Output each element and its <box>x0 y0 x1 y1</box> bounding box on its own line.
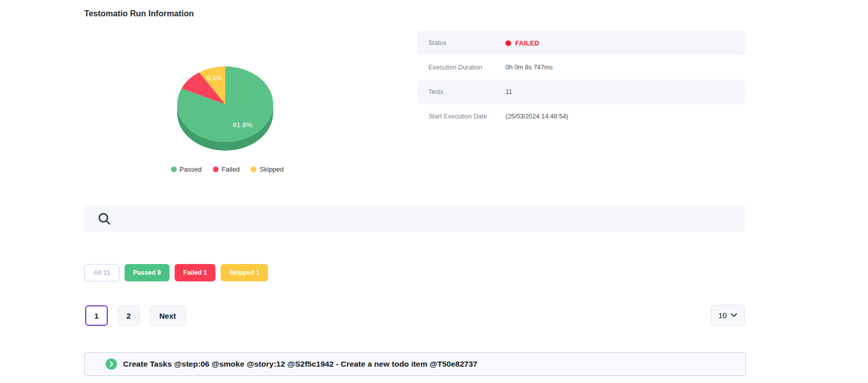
info-label-status: Status <box>417 39 505 46</box>
info-label-duration: Execution Duration <box>417 64 505 71</box>
filter-buttons: All 11 Passed 9 Failed 1 Skipped 1 <box>84 264 268 281</box>
info-row-start-date: Start Execution Date (25/03/2024 14:48:5… <box>417 104 746 129</box>
legend-dot-passed-icon <box>171 166 177 172</box>
pie-label-skipped: 9.1% <box>207 74 222 82</box>
page-title: Testomatio Run Information <box>84 9 194 18</box>
info-label-start-date: Start Execution Date <box>417 113 505 120</box>
pie-label-passed: 81.8% <box>233 121 252 129</box>
page-size-select[interactable]: 10 <box>711 305 745 325</box>
search-input[interactable] <box>118 206 746 231</box>
chevron-down-icon <box>731 313 737 317</box>
legend-label-skipped: Skipped <box>259 165 283 173</box>
legend-item-skipped[interactable]: Skipped <box>251 165 283 173</box>
info-value-duration: 0h 0m 8s 747ms <box>505 64 552 71</box>
legend-label-passed: Passed <box>180 165 202 173</box>
filter-skipped-button[interactable]: Skipped 1 <box>221 264 268 281</box>
legend-label-failed: Failed <box>222 165 239 173</box>
status-dot-icon <box>505 40 511 46</box>
search-bar <box>84 206 746 231</box>
info-label-tests: Tests <box>417 88 505 95</box>
pagination-page-2-button[interactable]: 2 <box>117 305 140 326</box>
pagination: 1 2 Next <box>85 305 186 326</box>
legend-item-passed[interactable]: Passed <box>171 165 202 173</box>
legend-dot-failed-icon <box>213 166 219 172</box>
pagination-page-1-button[interactable]: 1 <box>85 305 108 326</box>
legend-dot-skipped-icon <box>251 166 256 172</box>
legend-item-failed[interactable]: Failed <box>213 165 239 173</box>
page-size-value: 10 <box>718 311 727 320</box>
info-row-tests: Tests 11 <box>417 80 746 104</box>
pie-chart: 81.8% 9.1% <box>168 54 286 161</box>
pie-legend: Passed Failed Skipped <box>168 165 286 173</box>
search-icon <box>98 212 111 226</box>
filter-failed-button[interactable]: Failed 1 <box>175 264 216 281</box>
status-badge: FAILED <box>515 39 539 47</box>
info-value-status: FAILED <box>505 39 539 47</box>
test-item-title: Create Tasks @step:06 @smoke @story:12 @… <box>123 360 477 369</box>
info-row-duration: Execution Duration 0h 0m 8s 747ms <box>417 55 746 80</box>
info-value-start-date: (25/03/2024 14:48:54) <box>505 113 568 120</box>
run-info-table: Status FAILED Execution Duration 0h 0m 8… <box>417 31 746 129</box>
chevron-right-icon <box>106 358 117 370</box>
test-item-row[interactable]: Create Tasks @step:06 @smoke @story:12 @… <box>84 352 746 376</box>
info-value-tests: 11 <box>505 88 512 95</box>
pagination-next-button[interactable]: Next <box>150 305 186 326</box>
filter-all-button[interactable]: All 11 <box>84 264 119 281</box>
info-row-status: Status FAILED <box>417 31 746 55</box>
pie-chart-block: 81.8% 9.1% Passed Failed Skipped <box>168 54 286 173</box>
filter-passed-button[interactable]: Passed 9 <box>125 264 170 281</box>
